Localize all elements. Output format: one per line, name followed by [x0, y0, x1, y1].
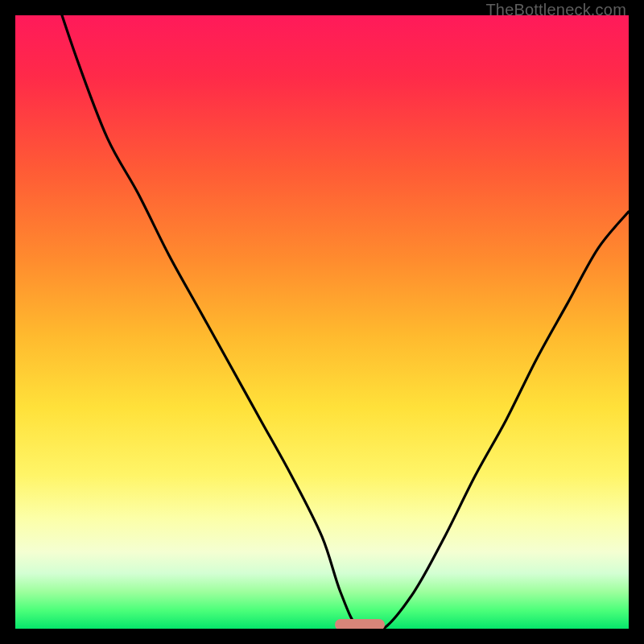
bottleneck-curve: [15, 15, 629, 629]
curve-layer: [15, 15, 629, 629]
chart-frame: TheBottleneck.com: [0, 0, 644, 644]
plot-area: [15, 15, 629, 629]
watermark-text: TheBottleneck.com: [485, 1, 626, 19]
optimal-marker: [335, 619, 385, 629]
